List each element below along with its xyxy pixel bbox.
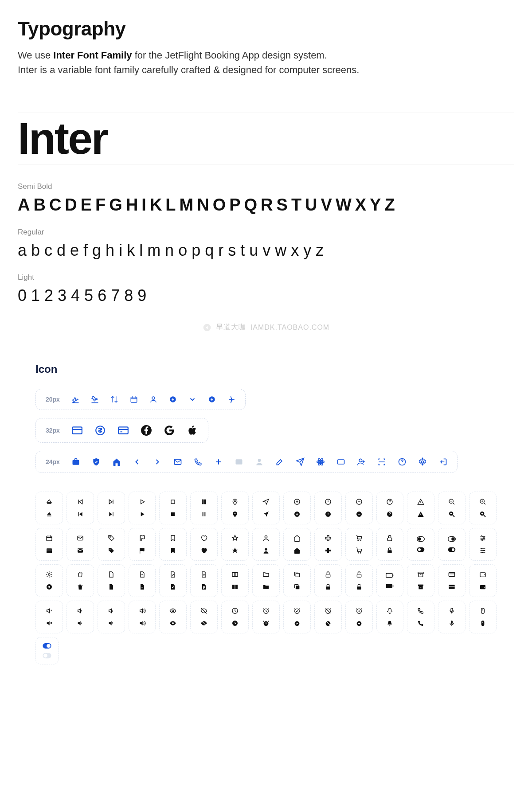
eject-icon: [35, 492, 63, 524]
file-minus-icon: [129, 564, 156, 597]
sort-icon: [110, 395, 118, 403]
plus-circle-outline-icon: [283, 492, 311, 524]
mouse-icon: [469, 601, 497, 633]
google-icon: [164, 425, 175, 436]
svg-point-46: [110, 549, 110, 550]
svg-rect-41: [47, 536, 52, 541]
icon-row-24px: 24px: [35, 451, 458, 473]
toggle-on-icon: [438, 528, 466, 561]
dollar-circle-icon: [94, 425, 106, 436]
volume-mid-icon: [98, 601, 125, 633]
brand-font-wrap: Inter: [18, 113, 514, 164]
star-icon: [221, 528, 249, 561]
user-icon: [149, 395, 157, 403]
svg-point-12: [258, 459, 261, 462]
svg-point-71: [48, 586, 50, 588]
edit-icon: [275, 457, 284, 466]
subtitle-line2: Inter is a variable font family carefull…: [18, 64, 359, 75]
user-plus-icon: [357, 457, 366, 466]
tag-icon: [98, 528, 125, 561]
svg-rect-23: [203, 500, 203, 504]
svg-point-109: [43, 654, 47, 658]
trash-icon: [66, 564, 94, 597]
svg-rect-78: [357, 586, 361, 590]
svg-point-64: [483, 538, 485, 539]
svg-point-58: [418, 548, 421, 551]
icon-section-title: Icon: [35, 363, 497, 375]
svg-rect-7: [118, 427, 128, 434]
flag-icon: [129, 528, 156, 561]
page-title: Typography: [18, 18, 514, 40]
minus-circle-icon: [345, 492, 373, 524]
credit-card-alt-icon: [117, 425, 129, 436]
svg-rect-83: [418, 585, 423, 586]
svg-rect-82: [418, 572, 423, 574]
chevron-right-icon: [153, 457, 162, 466]
svg-point-91: [172, 622, 174, 624]
plus-circle-fill-icon: [208, 395, 216, 403]
subtitle-bold: Inter Font Family: [53, 50, 132, 61]
user-outline-icon: [252, 528, 280, 561]
svg-point-47: [265, 536, 267, 538]
svg-rect-84: [419, 586, 423, 589]
svg-rect-86: [449, 585, 455, 589]
question-circle-icon: [376, 492, 404, 524]
icon-section: Icon 20px 32px: [18, 345, 514, 682]
svg-rect-26: [205, 512, 206, 516]
weight-semibold-label: Semi Bold: [18, 182, 514, 191]
card-icon: [336, 457, 345, 466]
svg-point-49: [358, 540, 359, 541]
svg-point-67: [483, 550, 485, 551]
svg-point-60: [452, 538, 454, 540]
plane-landing-icon: [91, 395, 99, 403]
svg-point-50: [360, 540, 361, 541]
home-outline-icon: [283, 528, 311, 561]
eye-off-icon: [190, 601, 218, 633]
size-label-32: 32px: [46, 427, 60, 434]
zoom-in-icon: [469, 492, 497, 524]
credit-card-grid-icon: [438, 564, 466, 597]
book-icon: [221, 564, 249, 597]
subtitle-suffix: for the JetFlight Booking App design sys…: [132, 50, 327, 61]
icon-grid: [35, 492, 497, 633]
svg-rect-53: [388, 538, 392, 541]
pause-icon: [190, 492, 218, 524]
skip-forward-icon: [98, 492, 125, 524]
alphabet-lower: abcdefghiklmnopqrstuvwxyz: [18, 241, 514, 260]
watermark-icon: [203, 323, 211, 332]
copy-icon: [283, 564, 311, 597]
stop-icon: [159, 492, 187, 524]
svg-rect-76: [326, 586, 330, 590]
alert-triangle-icon: [407, 492, 434, 524]
eye-icon: [159, 601, 187, 633]
volume-high-icon: [129, 601, 156, 633]
plus-circle-icon: [169, 395, 177, 403]
toggle-sample-icon: [35, 637, 59, 664]
size-label-24: 24px: [46, 458, 60, 465]
lock-icon: [376, 528, 404, 561]
svg-point-107: [47, 644, 51, 648]
clock-icon: [221, 601, 249, 633]
logout-icon: [438, 457, 447, 466]
svg-point-63: [481, 536, 482, 537]
shield-check-icon: [92, 457, 101, 466]
svg-point-28: [235, 513, 236, 514]
lock-open-icon: [345, 564, 373, 597]
icon-row-20px: 20px: [35, 389, 246, 410]
file-icon: [98, 564, 125, 597]
svg-point-20: [421, 461, 423, 463]
svg-point-89: [484, 587, 485, 588]
chevron-down-icon: [188, 395, 196, 403]
file-text-icon: [190, 564, 218, 597]
heart-icon: [190, 528, 218, 561]
svg-rect-105: [481, 621, 485, 626]
folder-icon: [252, 564, 280, 597]
svg-point-52: [360, 552, 361, 554]
digits-sample: 0123456789: [18, 286, 514, 305]
toggle-off-icon: [407, 528, 434, 561]
svg-point-90: [172, 610, 174, 612]
volume-low-icon: [66, 601, 94, 633]
icon-row-32px: 32px: [35, 418, 208, 443]
archive-icon: [407, 564, 434, 597]
svg-rect-22: [171, 512, 175, 516]
